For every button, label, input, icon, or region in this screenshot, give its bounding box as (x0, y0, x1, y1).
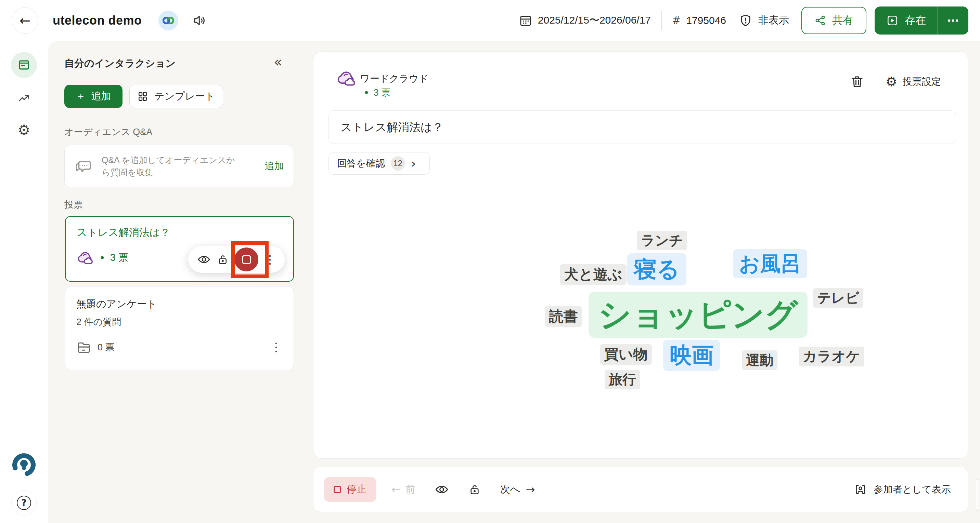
poll-card-meta: • 3 票 (76, 250, 128, 265)
survey-card-votes: 0 票 (97, 341, 115, 353)
word-cloud-word: 犬と遊ぶ (560, 264, 627, 285)
qa-card-text: Q&A を追加してオーディエンスから質問を収集 (102, 154, 239, 179)
poll-card-votes: 3 票 (110, 251, 128, 265)
live-dot-icon: • (99, 252, 105, 264)
survey-card-questions: 2 件の質問 (76, 316, 121, 328)
event-date-range: 2025/12/15〜2026/06/17 (538, 13, 651, 27)
poll-card-title: ストレス解消法は？ (76, 226, 170, 239)
nav-rail: ⚙ ? (0, 41, 48, 523)
top-header: ← utelecon demo 2 (0, 0, 980, 41)
help-button[interactable]: ? (11, 490, 37, 515)
word-cloud-word: 運動 (742, 350, 778, 370)
event-code-value: 1795046 (686, 15, 726, 26)
stop-square-icon (334, 486, 341, 493)
app-window: ← utelecon demo 2 (0, 0, 980, 523)
slido-logo (11, 452, 37, 478)
hash-icon: # (672, 14, 681, 26)
stop-label: 停止 (347, 483, 366, 496)
word-cloud-word: ショッピング (589, 292, 808, 338)
share-button[interactable]: 共有 (801, 7, 866, 34)
calendar-icon (519, 14, 533, 27)
survey-card[interactable]: 無題のアンケート 2 件の質問 0 票 ⋮ (65, 286, 294, 370)
word-cloud-word: 買い物 (600, 344, 652, 365)
webex-integration-icon[interactable] (158, 11, 178, 30)
polls-section-label: 投票 (64, 199, 83, 211)
gear-icon: ⚙ (18, 122, 30, 138)
rail-settings-item[interactable]: ⚙ (18, 122, 30, 138)
survey-kebab-menu[interactable]: ⋮ (270, 341, 282, 353)
add-label: 追加 (91, 90, 111, 103)
visibility-status[interactable]: 非表示 (738, 13, 789, 28)
present-button-group: 存在 ⋯ (875, 6, 968, 35)
next-button[interactable]: 次へ → (500, 483, 535, 496)
event-title: utelecon demo (53, 13, 142, 28)
toggle-results-button[interactable] (434, 482, 449, 497)
poll-card-active[interactable]: ストレス解消法は？ • 3 票 ⋮ (65, 216, 294, 282)
lock-icon (468, 483, 481, 496)
present-more-button[interactable]: ⋯ (938, 6, 968, 35)
announcement-icon[interactable] (192, 13, 207, 28)
word-cloud: ランチ寝るお風呂犬と遊ぶテレビ読書ショッピング買い物映画運動カラオケ旅行 (313, 52, 968, 458)
participant-view-icon (854, 483, 867, 496)
word-cloud-word: 読書 (545, 306, 582, 327)
panel-title: 自分のインタラクション (64, 57, 175, 70)
lock-voting-button[interactable] (468, 483, 481, 496)
webex-logo-icon (162, 15, 175, 25)
folder-icon (76, 341, 91, 354)
present-button[interactable]: 存在 (875, 6, 937, 35)
shield-alert-icon (738, 13, 753, 28)
add-interaction-button[interactable]: ＋ 追加 (64, 85, 123, 108)
word-cloud-word: 寝る (627, 253, 686, 285)
interactions-icon (18, 59, 30, 71)
visibility-label: 非表示 (758, 13, 789, 27)
word-cloud-icon (76, 250, 94, 265)
back-button[interactable]: ← (12, 7, 38, 34)
template-button[interactable]: テンプレート (129, 85, 223, 108)
annotation-highlight-box (231, 241, 269, 278)
word-cloud-word: 映画 (663, 340, 720, 371)
scrollbar-thumb[interactable] (976, 479, 979, 511)
qa-section-label: オーディエンス Q&A (64, 126, 152, 138)
qa-add-card[interactable]: Q&A を追加してオーディエンスから質問を収集 追加 (64, 145, 294, 187)
more-icon: ⋯ (947, 14, 959, 27)
rail-interactions-item[interactable] (11, 52, 37, 78)
template-label: テンプレート (154, 90, 215, 103)
presentation-control-bar: 停止 ← 前 次へ → (313, 467, 968, 512)
survey-card-title: 無題のアンケート (76, 297, 157, 311)
stop-button[interactable]: 停止 (324, 477, 376, 502)
arrow-left-icon: ← (391, 483, 401, 496)
chat-bubbles-icon (74, 157, 93, 175)
plus-icon: ＋ (76, 90, 86, 103)
present-label: 存在 (905, 13, 926, 28)
event-dates: 2025/12/15〜2026/06/17 (519, 13, 651, 27)
qa-add-link[interactable]: 追加 (265, 160, 284, 173)
previous-label: 前 (406, 483, 415, 496)
word-cloud-word: カラオケ (799, 347, 864, 366)
present-play-icon (886, 14, 899, 27)
word-cloud-word: 旅行 (605, 370, 640, 389)
header-divider (661, 11, 662, 30)
help-icon: ? (17, 496, 31, 510)
arrow-right-icon: → (526, 483, 535, 496)
eye-icon[interactable] (197, 253, 211, 266)
rail-analytics-item[interactable] (18, 92, 30, 105)
previous-button[interactable]: ← 前 (391, 483, 415, 496)
collapse-panel-button[interactable]: « (274, 54, 282, 70)
view-as-participant-button[interactable]: 参加者として表示 (854, 483, 951, 496)
view-as-participant-label: 参加者として表示 (873, 483, 951, 496)
slido-logo-icon (11, 452, 37, 478)
eye-icon (434, 482, 449, 497)
lock-icon[interactable] (216, 253, 229, 266)
next-label: 次へ (500, 483, 520, 496)
trending-up-icon (18, 92, 30, 105)
share-icon (815, 15, 826, 26)
poll-detail-card: ワードクラウド • 3 票 ⚙ 投票設定 ストレス解消法は？ 回答を確認 12 … (313, 51, 968, 459)
event-code: # 1795046 (672, 14, 726, 26)
word-cloud-word: ランチ (637, 231, 687, 250)
template-grid-icon (137, 91, 148, 102)
survey-card-meta: 0 票 (76, 341, 115, 354)
share-label: 共有 (832, 13, 853, 28)
back-arrow-icon: ← (19, 13, 30, 28)
word-cloud-word: お風呂 (733, 249, 807, 278)
word-cloud-word: テレビ (813, 288, 863, 307)
